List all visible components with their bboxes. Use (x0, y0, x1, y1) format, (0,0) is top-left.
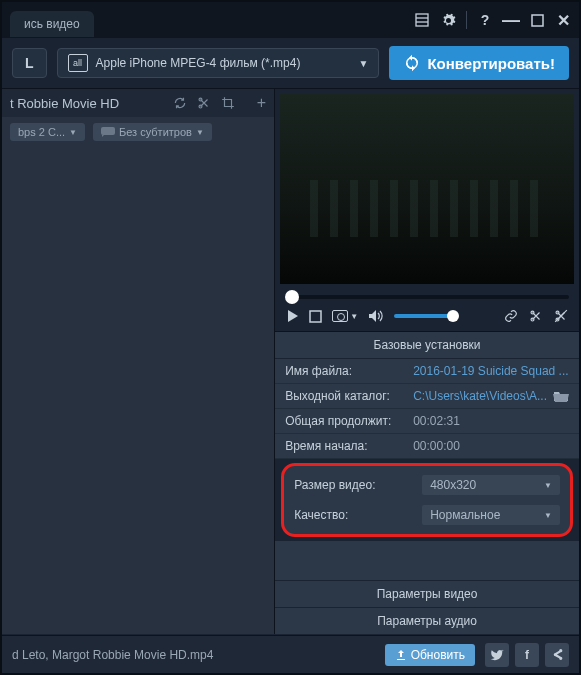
preview-frame (280, 94, 574, 284)
tab-area: ись видео (10, 2, 94, 38)
row-duration: Общая продолжит: 00:02:31 (275, 409, 579, 434)
profile-text: Apple iPhone MPEG-4 фильм (*.mp4) (96, 56, 351, 70)
profile-select[interactable]: all Apple iPhone MPEG-4 фильм (*.mp4) ▼ (57, 48, 380, 78)
seek-bar[interactable] (285, 295, 569, 299)
player-controls: ▼ (275, 301, 579, 331)
volume-slider[interactable] (394, 314, 454, 318)
spacer (275, 541, 579, 580)
value-video-size: 480x320 (430, 478, 476, 492)
left-tool-button[interactable]: L (12, 48, 47, 78)
right-panel: ▼ Базовые установки Имя файла: 2016-01-1… (274, 89, 579, 634)
value-starttime[interactable]: 00:00:00 (413, 439, 569, 453)
file-list-area (2, 147, 274, 634)
status-filename: d Leto, Margot Robbie Movie HD.mp4 (12, 648, 385, 662)
value-filename[interactable]: 2016-01-19 Suicide Squad ... (413, 364, 569, 378)
convert-label: Конвертировать! (427, 55, 555, 72)
value-quality: Нормальное (430, 508, 500, 522)
volume-icon[interactable] (368, 309, 384, 323)
facebook-icon[interactable]: f (515, 643, 539, 667)
value-duration: 00:02:31 (413, 414, 569, 428)
menu-icon[interactable] (414, 12, 430, 28)
row-starttime: Время начала: 00:00:00 (275, 434, 579, 459)
twitter-icon[interactable] (485, 643, 509, 667)
update-label: Обновить (411, 648, 465, 662)
row-quality: Качество: Нормальное ▼ (284, 500, 570, 530)
folder-icon[interactable] (553, 390, 569, 402)
titlebar-controls: ? — ✕ (414, 11, 571, 29)
chevron-down-icon: ▼ (196, 128, 204, 137)
audio-params-button[interactable]: Параметры аудио (275, 607, 579, 634)
link-icon[interactable] (503, 309, 519, 323)
dropdown-quality[interactable]: Нормальное ▼ (422, 505, 560, 525)
label-quality: Качество: (294, 508, 422, 522)
convert-button[interactable]: Конвертировать! (389, 46, 569, 80)
left-panel: t Robbie Movie HD + bps 2 C... ▼ (2, 89, 274, 634)
label-duration: Общая продолжит: (285, 414, 413, 428)
no-cut-icon[interactable] (553, 309, 569, 323)
subtitle-pill[interactable]: Без субтитров ▼ (93, 123, 212, 141)
status-bar: d Leto, Margot Robbie Movie HD.mp4 Обнов… (2, 635, 579, 673)
refresh-icon (403, 54, 421, 72)
file-header-tools: + (173, 94, 266, 112)
chevron-down-icon: ▼ (544, 481, 552, 490)
separator (466, 11, 467, 29)
gear-icon[interactable] (440, 12, 456, 28)
file-options-row: bps 2 C... ▼ Без субтитров ▼ (2, 117, 274, 147)
bitrate-pill[interactable]: bps 2 C... ▼ (10, 123, 85, 141)
label-filename: Имя файла: (285, 364, 413, 378)
upload-icon (395, 649, 407, 661)
scissors-icon[interactable] (197, 96, 211, 110)
profile-all-icon: all (68, 54, 88, 72)
file-title: t Robbie Movie HD (10, 96, 165, 111)
main-area: t Robbie Movie HD + bps 2 C... ▼ (2, 89, 579, 634)
label-video-size: Размер видео: (294, 478, 422, 492)
row-outdir: Выходной каталог: C:\Users\kate\Videos\A… (275, 384, 579, 409)
cut-icon[interactable] (529, 309, 543, 323)
bitrate-text: bps 2 C... (18, 126, 65, 138)
highlighted-settings: Размер видео: 480x320 ▼ Качество: Нормал… (281, 463, 573, 537)
video-preview[interactable] (280, 94, 574, 284)
crop-icon[interactable] (221, 96, 235, 110)
svg-rect-0 (416, 14, 428, 26)
file-header: t Robbie Movie HD + (2, 89, 274, 117)
chevron-down-icon: ▼ (359, 58, 369, 69)
share-icon[interactable] (545, 643, 569, 667)
titlebar: ись видео ? — ✕ (2, 2, 579, 38)
snapshot-icon[interactable]: ▼ (332, 310, 358, 322)
play-icon[interactable] (285, 309, 299, 323)
stop-icon[interactable] (309, 310, 322, 323)
svg-rect-7 (310, 311, 321, 322)
social-links: f (485, 643, 569, 667)
svg-rect-6 (101, 127, 115, 135)
add-file-icon[interactable]: + (257, 94, 266, 112)
row-filename: Имя файла: 2016-01-19 Suicide Squad ... (275, 359, 579, 384)
video-params-button[interactable]: Параметры видео (275, 580, 579, 607)
settings-title: Базовые установки (275, 331, 579, 359)
value-outdir[interactable]: C:\Users\kate\Videos\A... (413, 389, 547, 403)
maximize-icon[interactable] (529, 12, 545, 28)
row-video-size: Размер видео: 480x320 ▼ (284, 470, 570, 500)
subtitle-icon (101, 127, 115, 137)
tab-video-rec[interactable]: ись видео (10, 11, 94, 37)
main-toolbar: L all Apple iPhone MPEG-4 фильм (*.mp4) … (2, 38, 579, 89)
update-button[interactable]: Обновить (385, 644, 475, 666)
seek-area (275, 289, 579, 301)
label-outdir: Выходной каталог: (285, 389, 413, 403)
help-icon[interactable]: ? (477, 12, 493, 28)
label-starttime: Время начала: (285, 439, 413, 453)
subtitle-text: Без субтитров (119, 126, 192, 138)
svg-line-12 (555, 310, 567, 322)
chevron-down-icon: ▼ (69, 128, 77, 137)
dropdown-video-size[interactable]: 480x320 ▼ (422, 475, 560, 495)
close-icon[interactable]: ✕ (555, 12, 571, 28)
minimize-icon[interactable]: — (503, 12, 519, 28)
reload-icon[interactable] (173, 96, 187, 110)
chevron-down-icon: ▼ (544, 511, 552, 520)
svg-rect-3 (532, 15, 543, 26)
